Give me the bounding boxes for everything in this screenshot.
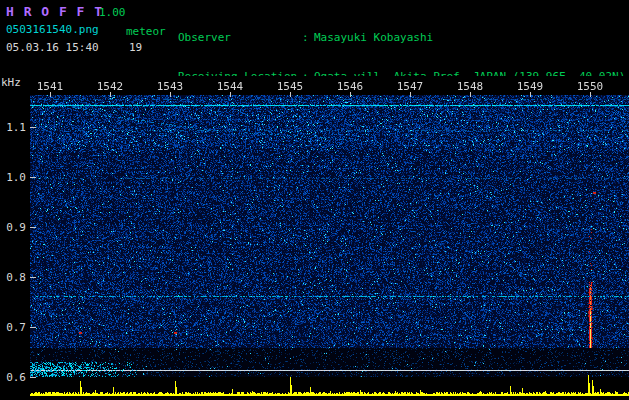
app-title: H R O F F T — [6, 4, 103, 19]
echo-count: 19 — [129, 41, 142, 54]
x-tick-label: 1542 — [94, 80, 126, 93]
y-tick-label: 1.1 — [0, 121, 26, 134]
y-tick-label: 0.9 — [0, 221, 26, 234]
info-value: Masayuki Kobayashi — [314, 31, 433, 44]
x-tick-label: 1543 — [154, 80, 186, 93]
y-axis-unit: kHz — [1, 76, 21, 89]
info-colon: : — [302, 31, 314, 44]
output-filename: 0503161540.png — [6, 23, 99, 36]
x-tick-label: 1548 — [454, 80, 486, 93]
y-tick-label: 0.6 — [0, 371, 26, 384]
x-tick-label: 1550 — [574, 80, 606, 93]
spectrogram-canvas — [30, 76, 629, 400]
app-version: 1.00 — [99, 6, 126, 19]
datetime-label: 05.03.16 15:40 — [6, 41, 99, 54]
y-tick-label: 0.8 — [0, 271, 26, 284]
x-tick-label: 1549 — [514, 80, 546, 93]
x-tick-label: 1546 — [334, 80, 366, 93]
x-tick-label: 1547 — [394, 80, 426, 93]
y-tick-label: 1.0 — [0, 171, 26, 184]
info-row-observer: Observer:Masayuki Kobayashi — [178, 31, 625, 44]
x-tick-label: 1544 — [214, 80, 246, 93]
mode-label: meteor — [126, 25, 166, 38]
x-tick-label: 1541 — [34, 80, 66, 93]
hrofft-window: H R O F F T 1.00 0503161540.png meteor 0… — [0, 0, 629, 400]
x-tick-label: 1545 — [274, 80, 306, 93]
y-tick-label: 0.7 — [0, 321, 26, 334]
info-label: Observer — [178, 31, 302, 44]
